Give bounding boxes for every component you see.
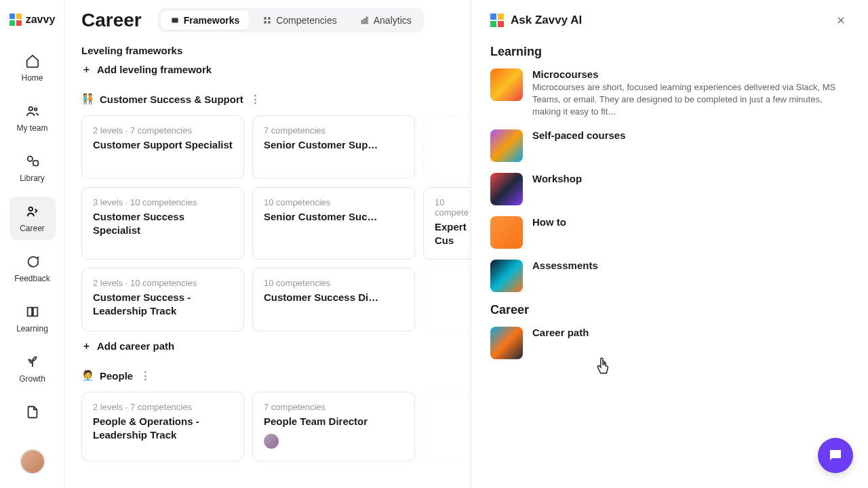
panel-section-title: Learning <box>490 45 849 59</box>
chat-launcher[interactable] <box>818 438 853 473</box>
ai-thumb <box>490 260 523 292</box>
nav-label: Growth <box>19 374 45 384</box>
ai-item-title: How to <box>532 216 849 228</box>
nav-my-team[interactable]: My team <box>9 96 56 140</box>
svg-point-2 <box>27 157 32 161</box>
tab-competencies[interactable]: Competencies <box>253 11 347 30</box>
nav-label: Library <box>20 174 45 183</box>
tab-label: Frameworks <box>184 15 239 26</box>
close-icon <box>835 15 846 26</box>
ai-suggestion-item[interactable]: MicrocoursesMicrocourses are short, focu… <box>490 68 849 119</box>
card-meta: 2 levels · 10 competencies <box>93 278 233 288</box>
ai-suggestion-item[interactable]: Career path <box>490 327 849 359</box>
assignee-avatar <box>264 434 279 449</box>
ai-thumb <box>490 173 523 205</box>
logo[interactable]: zavvy <box>9 14 56 26</box>
card-meta: 2 levels · 7 competencies <box>93 125 233 136</box>
nav-growth[interactable]: Growth <box>9 347 56 390</box>
framework-card[interactable]: 2 levels · 7 competencies Customer Suppo… <box>81 115 244 179</box>
logo-icon <box>9 14 22 26</box>
tab-label: Competencies <box>276 15 337 26</box>
nav-feedback[interactable]: Feedback <box>9 247 56 290</box>
nav-career[interactable]: Career <box>9 197 56 240</box>
framework-card[interactable]: 2 levels · 7 competencies People & Opera… <box>81 392 244 462</box>
career-icon <box>24 203 41 220</box>
frameworks-icon <box>170 16 180 25</box>
close-button[interactable] <box>833 12 849 28</box>
nav-label: Feedback <box>14 274 50 283</box>
user-avatar[interactable] <box>20 449 45 474</box>
ai-suggestion-item[interactable]: Assessments <box>490 260 849 292</box>
ai-thumb <box>490 216 523 249</box>
team-icon <box>24 103 41 119</box>
card-title: Customer Support Specialist <box>93 138 233 152</box>
group-name: People <box>100 370 133 382</box>
svg-rect-3 <box>33 161 37 165</box>
ai-thumb <box>490 129 523 162</box>
competencies-icon <box>262 16 272 25</box>
svg-point-0 <box>28 107 33 111</box>
plus-icon: ＋ <box>81 63 92 76</box>
svg-point-4 <box>28 207 33 211</box>
home-icon <box>24 53 41 69</box>
card-title: Customer Success Di… <box>264 291 403 304</box>
tab-frameworks[interactable]: Frameworks <box>161 11 249 30</box>
svg-rect-11 <box>364 19 366 24</box>
ai-item-title: Microcourses <box>532 68 849 80</box>
group-emoji: 🧑‍💼 <box>81 369 94 382</box>
svg-rect-6 <box>264 17 267 20</box>
group-menu[interactable]: ⋮ <box>138 369 152 382</box>
svg-rect-5 <box>172 18 178 23</box>
nav-learning[interactable]: Learning <box>9 297 56 340</box>
nav-label: Home <box>21 73 43 83</box>
sidebar: zavvy Home My team Library Career Feedba… <box>0 0 65 488</box>
svg-rect-10 <box>361 20 363 24</box>
group-menu[interactable]: ⋮ <box>249 92 262 106</box>
framework-card[interactable]: 7 competencies Senior Customer Sup… <box>252 115 415 179</box>
document-icon <box>24 404 41 420</box>
tabs: Frameworks Competencies Analytics <box>158 8 424 33</box>
ai-thumb <box>490 68 523 101</box>
svg-point-1 <box>34 108 37 110</box>
card-title: Senior Customer Sup… <box>264 138 403 152</box>
group-name: Customer Success & Support <box>100 94 243 105</box>
card-title: People & Operations - Leadership Track <box>93 415 233 441</box>
library-icon <box>24 153 41 169</box>
card-title: Senior Customer Suc… <box>264 210 403 224</box>
ai-panel: Ask Zavvy AI Learning MicrocoursesMicroc… <box>471 0 868 488</box>
feedback-icon <box>24 253 41 270</box>
framework-card[interactable]: 3 levels · 10 competencies Customer Succ… <box>81 187 244 260</box>
card-meta: 10 competencies <box>264 278 403 288</box>
add-framework-label: Add leveling framework <box>97 64 212 75</box>
card-meta: 7 competencies <box>264 402 403 412</box>
plus-icon: ＋ <box>81 340 92 352</box>
nav-document[interactable] <box>9 397 56 427</box>
ai-item-title: Career path <box>532 327 849 338</box>
ai-suggestion-item[interactable]: How to <box>490 216 849 249</box>
zavvy-ai-icon <box>490 14 504 27</box>
framework-card[interactable]: 10 competencies Customer Success Di… <box>252 268 415 331</box>
card-meta: 10 competencies <box>264 197 403 207</box>
nav-label: My team <box>16 123 47 133</box>
nav-label: Learning <box>16 324 48 333</box>
card-title: Customer Success - Leadership Track <box>93 291 233 317</box>
framework-card[interactable]: 2 levels · 10 competencies Customer Succ… <box>81 268 244 331</box>
nav-home[interactable]: Home <box>9 46 56 89</box>
ai-item-title: Workshop <box>532 173 849 184</box>
ai-item-title: Self-paced courses <box>532 129 849 141</box>
group-emoji: 🧑‍🤝‍🧑 <box>81 93 94 105</box>
growth-icon <box>24 354 41 370</box>
ai-item-desc: Microcourses are short, focused learning… <box>532 81 849 119</box>
ai-suggestion-item[interactable]: Self-paced courses <box>490 129 849 162</box>
framework-card[interactable]: 7 competencies People Team Director <box>252 392 415 462</box>
nav-library[interactable]: Library <box>9 146 56 190</box>
tab-analytics[interactable]: Analytics <box>351 11 421 30</box>
ai-suggestion-item[interactable]: Workshop <box>490 173 849 205</box>
card-meta: 7 competencies <box>264 125 403 136</box>
svg-rect-8 <box>264 21 267 24</box>
ai-thumb <box>490 327 523 359</box>
framework-card[interactable]: 10 competencies Senior Customer Suc… <box>252 187 415 260</box>
svg-rect-7 <box>268 17 271 20</box>
card-meta: 2 levels · 7 competencies <box>93 402 233 412</box>
ai-item-title: Assessments <box>532 260 849 271</box>
